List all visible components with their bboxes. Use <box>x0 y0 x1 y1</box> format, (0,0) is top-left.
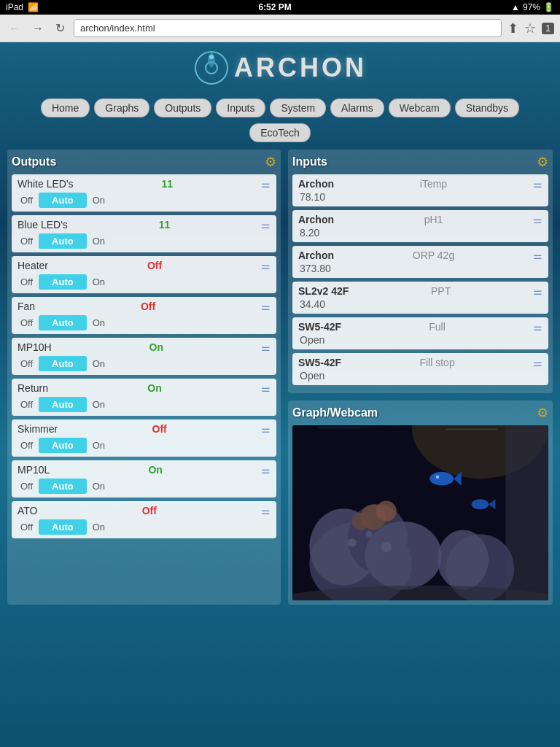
outputs-gear-icon[interactable]: ⚙ <box>265 154 276 170</box>
inputs-gear-icon[interactable]: ⚙ <box>537 154 548 170</box>
nav-bar: Home Graphs Outputs Inputs System Alarms… <box>0 93 560 123</box>
blue-leds-auto-btn[interactable]: Auto <box>39 233 87 249</box>
blue-leds-off-btn[interactable]: Off <box>18 234 36 248</box>
address-bar[interactable] <box>74 19 502 37</box>
skimmer-on-btn[interactable]: On <box>90 438 108 452</box>
output-return-controls: Off Auto On <box>18 397 271 412</box>
nav-system[interactable]: System <box>270 98 326 117</box>
output-return: Return On ⚌ Off Auto On <box>12 379 276 416</box>
mp10l-off-btn[interactable]: Off <box>18 479 36 493</box>
nav-inputs[interactable]: Inputs <box>216 98 265 117</box>
mp10h-on-btn[interactable]: On <box>90 357 108 371</box>
return-auto-btn[interactable]: Auto <box>39 397 87 412</box>
output-blue-leds-name: Blue LED's <box>18 219 68 231</box>
skimmer-off-btn[interactable]: Off <box>18 438 36 452</box>
nav-outputs[interactable]: Outputs <box>154 98 211 117</box>
status-bar-left: iPad 📶 <box>6 2 39 12</box>
input-sw5-fillstop-label: Fill stop <box>419 357 454 368</box>
filter-icon-orp[interactable]: ⚌ <box>533 249 542 261</box>
svg-point-16 <box>376 501 397 522</box>
forward-button[interactable]: → <box>29 20 47 36</box>
app-logo: ARCHON <box>193 50 367 86</box>
output-white-leds-name: White LED's <box>18 178 74 190</box>
mp10h-off-btn[interactable]: Off <box>18 357 36 371</box>
nav-home[interactable]: Home <box>41 98 90 117</box>
filter-icon-return[interactable]: ⚌ <box>261 382 271 394</box>
mp10h-auto-btn[interactable]: Auto <box>39 356 87 371</box>
input-itemp-source: Archon <box>298 178 334 190</box>
output-fan-status: Off <box>141 301 155 312</box>
mp10l-on-btn[interactable]: On <box>90 479 108 493</box>
logo-text: ARCHON <box>234 53 367 83</box>
nav-graphs[interactable]: Graphs <box>94 98 149 117</box>
reload-button[interactable]: ↻ <box>52 20 68 36</box>
browser-actions: ⬆ ☆ 1 <box>508 20 554 36</box>
outputs-title: Outputs <box>12 155 56 169</box>
input-ppt: SL2v2 42F PPT ⚌ 34.40 <box>292 282 548 314</box>
input-ph1: Archon pH1 ⚌ 8.20 <box>292 210 548 242</box>
white-leds-auto-btn[interactable]: Auto <box>39 193 87 208</box>
input-itemp-value: 78.10 <box>298 191 542 203</box>
ipad-label: iPad <box>6 2 23 12</box>
fan-auto-btn[interactable]: Auto <box>39 315 87 330</box>
return-off-btn[interactable]: Off <box>18 398 36 411</box>
app-header: ARCHON <box>0 42 560 93</box>
share-button[interactable]: ⬆ <box>508 20 518 36</box>
output-fan-top: Fan Off ⚌ <box>18 301 271 312</box>
nav-ecotech[interactable]: EcoTech <box>249 123 311 142</box>
filter-icon-skimmer[interactable]: ⚌ <box>261 423 271 435</box>
output-return-name: Return <box>18 382 48 394</box>
fan-off-btn[interactable]: Off <box>18 316 36 330</box>
output-blue-leds-status: 11 <box>159 219 171 231</box>
filter-icon-fan[interactable]: ⚌ <box>261 301 271 312</box>
output-mp10h-top: MP10H On ⚌ <box>18 341 271 353</box>
signal-icon: ▲ <box>511 2 520 12</box>
input-sw5-fillstop-value: Open <box>298 370 542 382</box>
heater-off-btn[interactable]: Off <box>18 275 36 289</box>
input-orp-top: Archon ORP 42g ⚌ <box>298 249 542 261</box>
heater-auto-btn[interactable]: Auto <box>39 274 87 290</box>
nav-standbys[interactable]: Standbys <box>455 98 519 117</box>
output-mp10l-top: MP10L On ⚌ <box>18 464 271 476</box>
ato-on-btn[interactable]: On <box>90 520 108 534</box>
filter-icon-white-leds[interactable]: ⚌ <box>261 178 271 190</box>
output-mp10l-status: On <box>148 464 162 476</box>
ato-off-btn[interactable]: Off <box>18 520 36 534</box>
output-ato-status: Off <box>142 505 157 516</box>
return-on-btn[interactable]: On <box>90 398 108 411</box>
heater-on-btn[interactable]: On <box>90 275 108 289</box>
svg-point-17 <box>352 513 369 530</box>
white-leds-off-btn[interactable]: Off <box>18 193 36 207</box>
bookmark-button[interactable]: ☆ <box>524 20 536 36</box>
filter-icon-blue-leds[interactable]: ⚌ <box>261 219 271 231</box>
filter-icon-ppt[interactable]: ⚌ <box>533 285 542 297</box>
filter-icon-ph1[interactable]: ⚌ <box>533 214 542 225</box>
status-bar: iPad 📶 6:52 PM ▲ 97% 🔋 <box>0 0 560 15</box>
fan-on-btn[interactable]: On <box>90 316 108 330</box>
input-sw5-full-value: Open <box>298 334 542 346</box>
white-leds-on-btn[interactable]: On <box>90 193 108 207</box>
graph-gear-icon[interactable]: ⚙ <box>537 405 548 421</box>
filter-icon-itemp[interactable]: ⚌ <box>533 178 542 190</box>
mp10l-auto-btn[interactable]: Auto <box>39 479 87 494</box>
tab-count[interactable]: 1 <box>542 23 554 34</box>
filter-icon-ato[interactable]: ⚌ <box>261 505 271 516</box>
nav-webcam[interactable]: Webcam <box>389 98 451 117</box>
filter-icon-sw5-fillstop[interactable]: ⚌ <box>533 357 542 368</box>
webcam-svg <box>292 425 548 600</box>
skimmer-auto-btn[interactable]: Auto <box>39 438 87 453</box>
blue-leds-on-btn[interactable]: On <box>90 234 108 248</box>
output-white-leds-controls: Off Auto On <box>18 193 271 208</box>
back-button[interactable]: ← <box>6 20 23 36</box>
ato-auto-btn[interactable]: Auto <box>39 519 87 535</box>
svg-point-2 <box>209 55 214 59</box>
filter-icon-mp10l[interactable]: ⚌ <box>261 464 271 476</box>
nav-alarms[interactable]: Alarms <box>330 98 384 117</box>
graph-webcam-header: Graph/Webcam ⚙ <box>292 405 548 421</box>
filter-icon-mp10h[interactable]: ⚌ <box>261 341 271 353</box>
filter-icon-heater[interactable]: ⚌ <box>261 260 271 271</box>
filter-icon-sw5-full[interactable]: ⚌ <box>533 321 542 333</box>
input-orp-value: 373.80 <box>298 263 542 274</box>
input-sw5-fillstop-source: SW5-42F <box>298 357 341 368</box>
output-skimmer-name: Skimmer <box>18 423 58 435</box>
